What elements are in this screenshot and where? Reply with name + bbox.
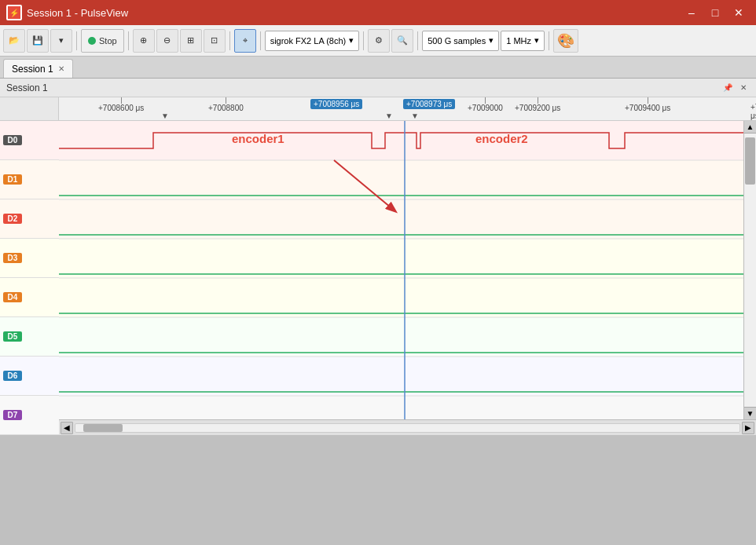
svg-rect-0	[59, 121, 743, 160]
channel-d6-badge: D6	[3, 371, 22, 381]
vscroll-thumb[interactable]	[745, 137, 755, 185]
session-label: Session 1	[6, 82, 48, 93]
stop-indicator	[88, 37, 96, 45]
channel-d0-label: D0	[0, 121, 59, 160]
title-text: Session 1 - PulseView	[27, 7, 681, 19]
separator-3	[229, 31, 230, 50]
channel-d1-badge: D1	[3, 174, 22, 185]
stop-button[interactable]: Stop	[81, 29, 124, 53]
signals-container[interactable]: encoder1 encoder2	[59, 121, 743, 419]
zoom-out-button[interactable]: ⊖	[156, 29, 178, 53]
tab-label: Session 1	[12, 64, 53, 75]
encoder2-text: encoder2	[475, 132, 528, 145]
toolbar: 📂 💾 ▾ Stop ⊕ ⊖ ⊞ ⊡ ⌖ sigrok FX2 LA (8ch)…	[0, 25, 756, 57]
svg-rect-3	[59, 239, 743, 278]
ruler-tick-0	[121, 97, 122, 104]
cursor-label-1: +7008956 μs	[310, 99, 362, 109]
channel-d5-label: D5	[0, 317, 59, 357]
ruler-time-1: +7008800	[208, 104, 244, 112]
svg-rect-4	[59, 278, 743, 317]
app-icon: ⚡	[6, 5, 22, 20]
color-button[interactable]: 🎨	[553, 29, 578, 53]
ruler-tick-1	[226, 97, 226, 104]
svg-rect-7	[59, 396, 743, 419]
vscroll-down-button[interactable]: ▼	[744, 407, 757, 419]
zoom-1-1-button[interactable]: ⊡	[204, 29, 226, 53]
samples-label: 500 G samples	[428, 36, 486, 46]
stop-label: Stop	[99, 36, 117, 46]
separator-6	[417, 31, 418, 50]
device-selector[interactable]: sigrok FX2 LA (8ch) ▾	[265, 31, 360, 51]
ruler-tick-4	[648, 97, 648, 104]
session-close-button[interactable]: ✕	[737, 82, 750, 94]
open-button[interactable]: 📂	[3, 29, 25, 53]
samples-dropdown-icon: ▾	[489, 35, 494, 46]
ruler-marker-1: +7008800	[208, 97, 244, 120]
device-label: sigrok FX2 LA (8ch)	[270, 36, 347, 46]
save-button[interactable]: 💾	[27, 29, 49, 53]
h-scrollbar: ◀ ▶	[59, 419, 756, 435]
separator-2	[128, 31, 129, 50]
ruler-marker-2: +7009000	[468, 97, 503, 120]
ruler-marker-0: +7008600 μs	[98, 97, 144, 120]
tab-bar: Session 1 ✕	[0, 57, 756, 79]
channel-d3-badge: D3	[3, 253, 22, 263]
ruler-tick-2	[485, 97, 486, 104]
channel-d4-label: D4	[0, 278, 59, 317]
channel-d6-label: D6	[0, 357, 59, 396]
ruler: +7008600 μs +7008800 +7009000 +7009200 μ…	[59, 97, 756, 121]
svg-rect-2	[59, 199, 743, 239]
close-button[interactable]: ✕	[728, 4, 750, 21]
hscroll-thumb[interactable]	[83, 424, 123, 432]
channel-d7-label: D7	[0, 396, 59, 435]
session-controls: 📌 ✕	[721, 82, 750, 94]
window-controls: – □ ✕	[681, 4, 750, 21]
minimize-button[interactable]: –	[681, 4, 703, 21]
samples-selector[interactable]: 500 G samples ▾	[422, 31, 499, 51]
separator-1	[76, 31, 77, 50]
hscroll-left-button[interactable]: ◀	[61, 422, 73, 434]
vscroll-track[interactable]	[744, 134, 756, 407]
right-area: +7008600 μs +7008800 +7009000 +7009200 μ…	[59, 97, 756, 435]
cursor-tool-button[interactable]: ⌖	[234, 29, 256, 53]
ruler-marker-5: +7009600 μs	[750, 97, 756, 120]
session-pin-button[interactable]: 📌	[721, 82, 734, 94]
channel-labels: D0 D1 D2 D3 D4 D5 D6 D7	[0, 97, 59, 435]
svg-rect-6	[59, 357, 743, 396]
session-tab[interactable]: Session 1 ✕	[3, 59, 73, 78]
title-bar: ⚡ Session 1 - PulseView – □ ✕	[0, 0, 756, 25]
zoom-fit-button[interactable]: ⊞	[180, 29, 202, 53]
ruler-marker-4: +7009400 μs	[625, 97, 670, 120]
channel-d2-badge: D2	[3, 214, 22, 224]
ruler-arrow-3: ▼	[411, 112, 419, 120]
waveform-svg: encoder1 encoder2	[59, 121, 743, 419]
signals-and-vscroll: encoder1 encoder2 ▲	[59, 121, 756, 419]
v-scrollbar: ▲ ▼	[743, 121, 756, 419]
samplerate-selector[interactable]: 1 MHz ▾	[501, 31, 545, 51]
maximize-button[interactable]: □	[704, 4, 726, 21]
channel-d3-label: D3	[0, 239, 59, 278]
separator-4	[260, 31, 261, 50]
cursor-label-2: +7008973 μs	[403, 99, 455, 109]
ruler-time-2: +7009000	[468, 104, 503, 112]
channel-d2-label: D2	[0, 199, 59, 239]
tab-close-button[interactable]: ✕	[58, 64, 64, 73]
save-dropdown[interactable]: ▾	[50, 29, 72, 53]
separator-5	[363, 31, 364, 50]
probe-button[interactable]: 🔍	[391, 29, 413, 53]
svg-rect-1	[59, 160, 743, 199]
channel-d4-badge: D4	[3, 292, 22, 302]
encoder1-text: encoder1	[232, 132, 284, 145]
zoom-in-button[interactable]: ⊕	[133, 29, 155, 53]
samplerate-label: 1 MHz	[506, 36, 531, 46]
ruler-time-0: +7008600 μs	[98, 104, 144, 112]
config-button[interactable]: ⚙	[368, 29, 390, 53]
channel-d5-badge: D5	[3, 331, 22, 342]
ruler-arrow-2: ▼	[385, 112, 393, 120]
hscroll-right-button[interactable]: ▶	[742, 422, 754, 434]
ruler-arrow-1: ▼	[161, 112, 169, 120]
ruler-time-4: +7009400 μs	[625, 104, 670, 112]
vscroll-up-button[interactable]: ▲	[744, 121, 757, 134]
hscroll-track[interactable]	[75, 423, 740, 433]
ruler-time-3: +7009200 μs	[515, 104, 560, 112]
